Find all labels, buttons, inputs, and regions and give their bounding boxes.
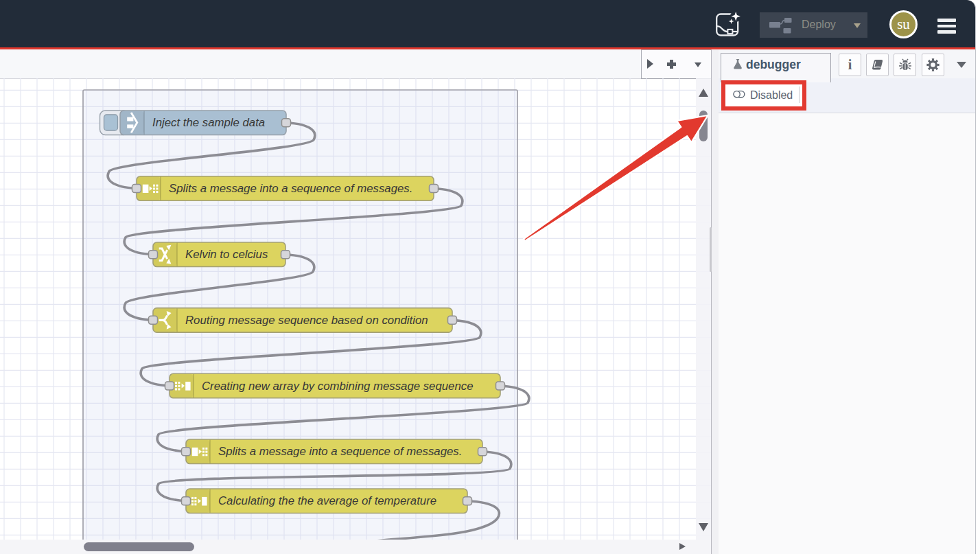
svg-text:Routing message sequence based: Routing message sequence based on condit…: [185, 314, 428, 327]
svg-text:Inject the sample data: Inject the sample data: [152, 116, 265, 129]
svg-text:Calculating the the average of: Calculating the the average of temperatu…: [218, 494, 436, 507]
svg-text:Kelvin to celcius: Kelvin to celcius: [185, 248, 268, 261]
svg-text:Splits a message into a sequen: Splits a message into a sequence of mess…: [169, 182, 412, 195]
svg-text:Creating new array by combinin: Creating new array by combining message …: [202, 380, 474, 393]
svg-text:Splits a message into a sequen: Splits a message into a sequence of mess…: [218, 445, 462, 458]
